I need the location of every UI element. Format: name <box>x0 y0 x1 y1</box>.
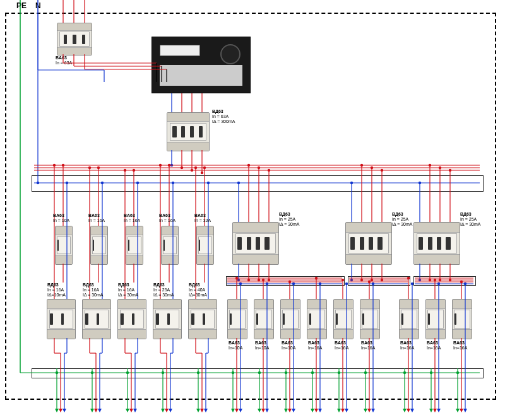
svg-point-154 <box>56 371 58 374</box>
svg-point-60 <box>381 169 383 172</box>
svg-marker-262 <box>371 409 375 412</box>
svg-point-143 <box>407 277 410 279</box>
svg-marker-217 <box>258 409 261 412</box>
svg-marker-232 <box>292 409 295 412</box>
svg-point-145 <box>434 279 436 281</box>
breaker-r1-3-label: BA63In = 16A <box>159 213 175 223</box>
rcbo-r2-1-label: ВД63In = 16AIΔ = 30mA <box>83 283 104 298</box>
svg-marker-287 <box>456 409 460 412</box>
svg-point-46 <box>237 182 240 184</box>
rcbo-r2-2-label: ВД63In = 16AIΔ = 30mA <box>118 283 139 298</box>
svg-marker-191 <box>169 409 172 412</box>
svg-marker-230 <box>288 409 292 412</box>
svg-point-198 <box>197 371 199 374</box>
svg-point-48 <box>247 164 250 166</box>
svg-point-205 <box>239 283 242 285</box>
svg-point-215 <box>266 283 268 285</box>
svg-point-110 <box>88 166 91 169</box>
svg-point-68 <box>449 169 451 172</box>
svg-marker-247 <box>337 409 341 412</box>
svg-point-285 <box>464 283 466 285</box>
svg-point-137 <box>315 277 318 279</box>
svg-marker-292 <box>463 409 467 412</box>
svg-point-108 <box>66 182 68 184</box>
svg-point-44 <box>203 166 206 169</box>
svg-marker-200 <box>200 409 204 412</box>
svg-point-135 <box>288 281 291 283</box>
svg-point-245 <box>345 283 348 285</box>
svg-point-120 <box>172 182 174 184</box>
svg-marker-272 <box>410 409 414 412</box>
svg-point-288 <box>456 371 459 374</box>
svg-point-275 <box>437 283 440 285</box>
svg-point-139 <box>342 279 344 281</box>
svg-point-112 <box>101 182 104 184</box>
svg-marker-222 <box>265 409 269 412</box>
svg-marker-250 <box>341 409 345 412</box>
svg-marker-156 <box>59 409 62 412</box>
svg-marker-164 <box>90 409 94 412</box>
svg-marker-186 <box>161 409 165 412</box>
svg-point-165 <box>91 371 93 374</box>
svg-point-265 <box>411 283 413 285</box>
rcd-r1-2-label: ВД63In = 25AIΔ = 30mA <box>460 212 481 227</box>
breaker-r2-8-label: BA63In=16A <box>453 341 467 351</box>
svg-point-58 <box>371 166 373 169</box>
svg-point-114 <box>124 169 126 172</box>
svg-marker-277 <box>429 409 433 412</box>
svg-marker-282 <box>437 409 441 412</box>
svg-point-38 <box>97 166 100 169</box>
breaker-r2-1-label: BA63In=10A <box>255 341 269 351</box>
svg-marker-210 <box>235 409 239 412</box>
svg-marker-197 <box>196 409 200 412</box>
svg-point-141 <box>368 281 371 283</box>
svg-marker-178 <box>129 409 133 412</box>
svg-point-56 <box>360 164 363 166</box>
svg-marker-280 <box>433 409 437 412</box>
breaker-r2-5-label: BA63In=16A <box>361 341 375 351</box>
breaker-r2-3-label: BA63In=16A <box>308 341 322 351</box>
rcd-r1-1-label: ВД63In = 25AIΔ = 30mA <box>392 212 413 227</box>
wiring <box>0 0 505 420</box>
svg-point-50 <box>258 166 260 169</box>
svg-point-133 <box>262 279 264 281</box>
svg-marker-240 <box>314 409 318 412</box>
svg-marker-290 <box>460 409 463 412</box>
breaker-r2-0-label: BA63In=10A <box>229 341 242 351</box>
svg-point-248 <box>338 371 340 374</box>
svg-marker-169 <box>98 409 102 412</box>
svg-point-40 <box>133 169 135 172</box>
svg-point-235 <box>319 283 321 285</box>
svg-point-66 <box>439 166 441 169</box>
svg-point-118 <box>159 164 162 166</box>
rcbo-r2-3-label: ВД63In = 25AIΔ = 30mA <box>153 283 174 298</box>
svg-marker-167 <box>94 409 98 412</box>
svg-point-147 <box>460 281 463 283</box>
svg-marker-267 <box>403 409 407 412</box>
svg-point-34 <box>37 182 39 184</box>
svg-point-176 <box>126 371 129 374</box>
breaker-r1-1-label: BA63In = 16A <box>88 213 105 223</box>
svg-point-124 <box>207 182 210 184</box>
svg-marker-207 <box>231 409 235 412</box>
svg-marker-270 <box>407 409 410 412</box>
svg-point-238 <box>311 371 314 374</box>
breaker-r1-2-label: BA63In = 16A <box>124 213 140 223</box>
breaker-r1-0-label: BA63In = 10A <box>53 213 69 223</box>
svg-marker-257 <box>364 409 367 412</box>
svg-point-116 <box>136 182 139 184</box>
svg-marker-175 <box>126 409 129 412</box>
svg-point-29 <box>201 172 203 174</box>
svg-point-258 <box>364 371 367 374</box>
svg-marker-189 <box>165 409 169 412</box>
svg-marker-227 <box>284 409 288 412</box>
svg-point-52 <box>268 169 270 172</box>
svg-marker-220 <box>261 409 265 412</box>
svg-marker-212 <box>239 409 242 412</box>
svg-marker-237 <box>311 409 314 412</box>
breaker-r2-4-label: BA63In=16A <box>335 341 348 351</box>
svg-point-122 <box>194 166 197 169</box>
breaker-r2-7-label: BA63In=16A <box>427 341 441 351</box>
svg-point-218 <box>258 371 261 374</box>
svg-marker-153 <box>55 409 59 412</box>
